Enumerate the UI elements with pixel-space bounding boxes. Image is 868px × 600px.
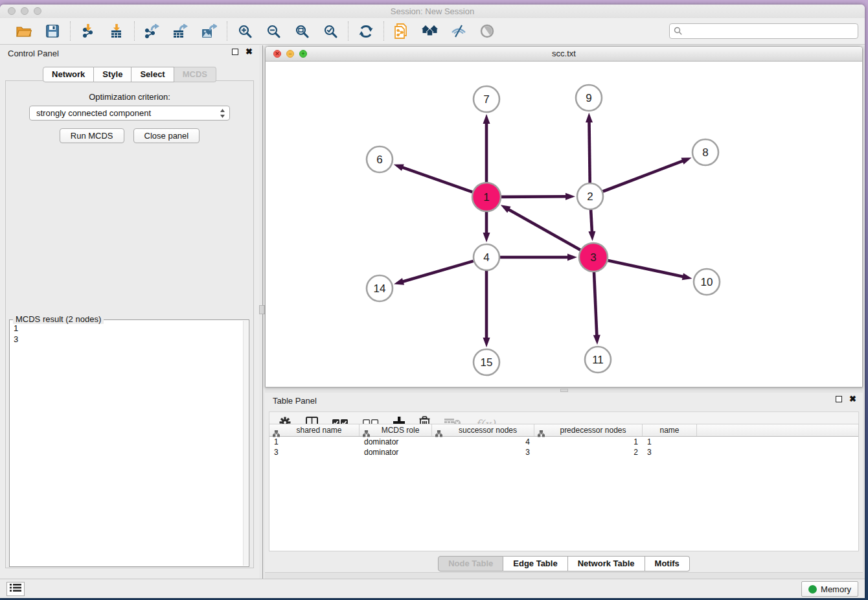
column-header-successor-nodes[interactable]: successor nodes bbox=[432, 424, 534, 436]
cell-shared-name[interactable]: 3 bbox=[269, 447, 360, 457]
edge-1-6[interactable] bbox=[402, 167, 472, 192]
toolbar-group bbox=[71, 21, 134, 41]
first-neighbors-icon bbox=[422, 25, 439, 37]
zoom-out-button[interactable] bbox=[264, 21, 283, 41]
tab-mcds[interactable]: MCDS bbox=[174, 67, 216, 82]
toolbar-group bbox=[227, 21, 348, 41]
export-image-icon bbox=[201, 24, 217, 38]
cell-name[interactable]: 1 bbox=[643, 437, 697, 447]
network-window-titlebar[interactable]: ✕ − + scc.txt bbox=[266, 47, 862, 62]
refresh-layout-button[interactable] bbox=[356, 21, 376, 41]
tab-edge-table[interactable]: Edge Table bbox=[503, 556, 567, 571]
zoom-selected-button[interactable] bbox=[321, 21, 340, 41]
show-graphics-details-button[interactable] bbox=[477, 21, 497, 41]
mcds-result-list[interactable]: 13 bbox=[14, 321, 242, 565]
cell-shared-name[interactable]: 1 bbox=[269, 437, 360, 447]
cell-MCDS-role[interactable]: dominator bbox=[360, 447, 432, 457]
hide-selected-button[interactable] bbox=[449, 21, 468, 41]
maximize-window-button[interactable] bbox=[34, 7, 41, 15]
edge-2-9[interactable] bbox=[589, 121, 589, 183]
table-float-panel-icon[interactable] bbox=[836, 396, 842, 402]
minimize-window-button[interactable] bbox=[21, 7, 29, 15]
network-minimize-button[interactable]: − bbox=[286, 50, 294, 58]
table-row[interactable]: 1dominator411 bbox=[269, 437, 858, 447]
cell-MCDS-role[interactable]: dominator bbox=[360, 437, 432, 447]
node-4[interactable]: 4 bbox=[474, 244, 499, 270]
cell-name[interactable]: 3 bbox=[643, 447, 697, 457]
toolbar-group bbox=[6, 21, 70, 41]
run-mcds-button[interactable]: Run MCDS bbox=[60, 128, 124, 143]
list-icon bbox=[10, 583, 21, 595]
column-header-MCDS-role[interactable]: MCDS role bbox=[360, 424, 432, 436]
column-header-predecessor-nodes[interactable]: predecessor nodes bbox=[534, 424, 643, 436]
column-header-name[interactable]: name bbox=[643, 424, 697, 436]
node-3[interactable]: 3 bbox=[579, 243, 608, 271]
tab-node-table[interactable]: Node Table bbox=[438, 556, 503, 571]
close-panel-button[interactable]: Close panel bbox=[133, 128, 200, 143]
tab-style[interactable]: Style bbox=[94, 67, 131, 82]
node-9[interactable]: 9 bbox=[576, 85, 602, 111]
node-10[interactable]: 10 bbox=[694, 269, 720, 295]
close-panel-icon[interactable]: ✖ bbox=[246, 49, 253, 55]
network-canvas[interactable]: 7968124314101511 bbox=[266, 62, 862, 387]
export-image-button[interactable] bbox=[200, 21, 219, 41]
float-panel-icon[interactable] bbox=[232, 49, 238, 55]
cell-successor-nodes[interactable]: 3 bbox=[432, 447, 534, 457]
save-session-button[interactable] bbox=[43, 21, 62, 41]
cell-successor-nodes[interactable]: 4 bbox=[432, 437, 534, 447]
zoom-fit-button[interactable] bbox=[292, 21, 312, 41]
new-network-from-selection-button[interactable] bbox=[392, 21, 411, 41]
search-input[interactable] bbox=[669, 23, 858, 39]
cell-predecessor-nodes[interactable]: 2 bbox=[534, 447, 643, 457]
node-6[interactable]: 6 bbox=[367, 146, 393, 172]
svg-text:10: 10 bbox=[701, 276, 713, 288]
application-window: Session: New Session Control Panel ✖ Net… bbox=[0, 5, 865, 598]
vertical-splitter[interactable] bbox=[259, 45, 265, 579]
tab-select[interactable]: Select bbox=[131, 67, 174, 82]
export-network-button[interactable] bbox=[143, 21, 162, 41]
column-header-shared-name[interactable]: shared name bbox=[269, 424, 360, 436]
table-close-panel-icon[interactable]: ✖ bbox=[849, 396, 856, 402]
h-splitter-grip[interactable] bbox=[560, 389, 568, 392]
horizontal-splitter[interactable] bbox=[265, 387, 863, 393]
node-2[interactable]: 2 bbox=[577, 183, 603, 209]
import-network-button[interactable] bbox=[78, 21, 98, 41]
cell-predecessor-nodes[interactable]: 1 bbox=[534, 437, 643, 447]
edge-2-8[interactable] bbox=[603, 161, 684, 192]
edge-2-3[interactable] bbox=[591, 210, 592, 233]
node-8[interactable]: 8 bbox=[692, 139, 718, 165]
window-controls bbox=[8, 7, 41, 15]
memory-button[interactable]: Memory bbox=[801, 581, 858, 597]
node-1[interactable]: 1 bbox=[472, 183, 501, 211]
splitter-grip[interactable] bbox=[259, 305, 265, 314]
node-15[interactable]: 15 bbox=[474, 349, 499, 375]
tab-motifs[interactable]: Motifs bbox=[645, 556, 690, 571]
edge-1-2[interactable] bbox=[501, 196, 567, 197]
node-7[interactable]: 7 bbox=[474, 86, 499, 112]
status-bar: Memory bbox=[0, 579, 865, 598]
node-11[interactable]: 11 bbox=[585, 347, 611, 373]
edge-3-10[interactable] bbox=[608, 260, 683, 277]
import-table-button[interactable] bbox=[107, 21, 126, 41]
edge-3-11[interactable] bbox=[594, 272, 597, 336]
tab-network-table[interactable]: Network Table bbox=[568, 556, 645, 571]
close-window-button[interactable] bbox=[8, 7, 16, 15]
network-maximize-button[interactable]: + bbox=[299, 50, 307, 58]
node-14[interactable]: 14 bbox=[367, 275, 393, 301]
svg-text:2: 2 bbox=[587, 190, 593, 203]
criterion-dropdown[interactable]: strongly connected component bbox=[29, 106, 230, 121]
network-close-button[interactable]: ✕ bbox=[273, 50, 281, 58]
export-network-icon bbox=[144, 24, 160, 38]
edge-3-1[interactable] bbox=[508, 209, 580, 250]
svg-text:7: 7 bbox=[483, 93, 489, 106]
zoom-in-button[interactable] bbox=[235, 21, 255, 41]
edge-4-14[interactable] bbox=[402, 261, 474, 282]
tab-network[interactable]: Network bbox=[43, 67, 94, 82]
result-scrollbar[interactable] bbox=[243, 321, 248, 566]
task-history-button[interactable] bbox=[6, 582, 25, 596]
memory-label: Memory bbox=[821, 584, 851, 594]
table-row[interactable]: 3dominator323 bbox=[269, 447, 858, 457]
first-neighbors-button[interactable] bbox=[420, 21, 440, 41]
export-table-button[interactable] bbox=[171, 21, 190, 41]
open-session-button[interactable] bbox=[14, 21, 34, 41]
